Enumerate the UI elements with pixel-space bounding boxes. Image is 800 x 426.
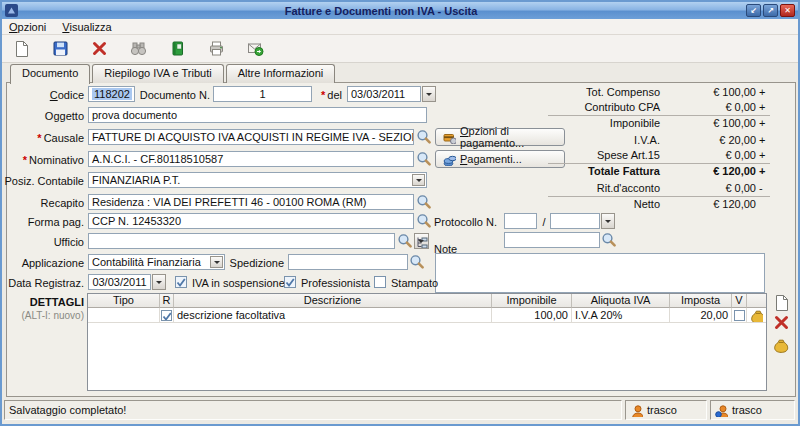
cell-imponibile[interactable]: 100,00 <box>492 308 572 323</box>
forma-pag-search-button[interactable] <box>416 213 432 229</box>
cell-actions[interactable] <box>747 308 766 323</box>
col-r[interactable]: R <box>160 294 174 308</box>
delete-button[interactable] <box>90 39 110 59</box>
data-registraz-label: Data Registraz. <box>2 277 84 290</box>
toolbar <box>2 35 798 63</box>
money-bag-icon <box>750 309 763 322</box>
forma-pag-label: Forma pag. <box>2 216 84 229</box>
v-checkbox[interactable] <box>734 310 745 321</box>
cell-descrizione[interactable]: descrizione facoltativa <box>174 308 492 323</box>
spedizione-search-button[interactable] <box>409 254 425 270</box>
col-aliquota-iva[interactable]: Aliquota IVA <box>572 294 670 308</box>
app-window: Fatture e Documenti non IVA - Uscita ↙ ↗… <box>0 0 800 426</box>
col-imponibile[interactable]: Imponibile <box>492 294 572 308</box>
total-row: I.V.A.€ 20,00+ <box>2 134 798 147</box>
ufficio-input[interactable] <box>88 233 395 249</box>
restore-button[interactable]: ↙ <box>746 4 761 17</box>
magnifier-icon <box>601 232 617 248</box>
archive-button[interactable] <box>168 39 188 59</box>
note-textarea[interactable] <box>435 253 765 293</box>
magnifier-icon <box>416 129 432 145</box>
close-button[interactable]: ✕ <box>780 4 795 17</box>
row-delete-button[interactable] <box>773 314 790 331</box>
save-button[interactable] <box>51 39 71 59</box>
new-document-icon <box>773 294 790 311</box>
col-v[interactable]: V <box>732 294 747 308</box>
total-row-totale-fattura: Totale Fattura€ 120,00+ <box>2 165 798 178</box>
totals-separator <box>548 163 770 164</box>
spedizione-input[interactable] <box>288 254 408 270</box>
causale-search-button[interactable] <box>416 129 432 145</box>
title-bar: Fatture e Documenti non IVA - Uscita ↙ ↗… <box>2 2 798 19</box>
professionista-checkbox[interactable] <box>284 276 296 288</box>
tree-icon <box>415 235 428 248</box>
user-icon <box>630 404 643 417</box>
iva-sospensione-label: IVA in sospensione <box>192 277 285 290</box>
iva-sospensione-checkbox[interactable] <box>175 276 187 288</box>
new-document-button[interactable] <box>12 39 32 59</box>
print-button[interactable] <box>207 39 227 59</box>
tab-strip: Documento Riepilogo IVA e Tributi Altre … <box>10 64 335 83</box>
forma-pag-input[interactable]: CCP N. 12453320 <box>88 213 414 229</box>
check-icon <box>176 277 186 287</box>
totals-separator <box>548 196 770 197</box>
r-checkbox[interactable] <box>161 310 172 321</box>
status-user-panel-1: trasco <box>625 400 707 420</box>
col-descrizione[interactable]: Descrizione <box>174 294 492 308</box>
protocollo-input-1[interactable] <box>504 213 537 229</box>
applicazione-select[interactable]: Contabilità Finanziaria <box>88 254 225 270</box>
del-date-dropdown[interactable] <box>422 86 436 102</box>
send-mail-button[interactable] <box>246 39 266 59</box>
recapito-search-button[interactable] <box>416 194 432 210</box>
spedizione-label: Spedizione <box>228 257 284 270</box>
protocollo-separator: / <box>541 216 547 229</box>
total-row: Spese Art.15€ 0,00+ <box>2 149 798 162</box>
note-search-input[interactable] <box>504 232 600 248</box>
professionista-label: Professionista <box>301 277 370 290</box>
cell-v[interactable] <box>732 308 747 323</box>
tab-documento[interactable]: Documento <box>10 64 90 84</box>
cell-aliquota-iva[interactable]: I.V.A 20% <box>572 308 670 323</box>
menu-opzioni[interactable]: Opzioni <box>9 21 46 33</box>
table-row[interactable]: descrizione facoltativa 100,00 I.V.A 20%… <box>88 308 766 323</box>
status-message-panel: Salvataggio completato! <box>4 400 622 420</box>
ufficio-search-button[interactable] <box>397 233 413 249</box>
stampato-checkbox[interactable] <box>374 276 386 288</box>
note-search-button[interactable] <box>601 232 617 248</box>
money-bag-icon <box>773 338 790 355</box>
search-button[interactable] <box>129 39 149 59</box>
cell-r[interactable] <box>160 308 174 323</box>
menu-visualizza[interactable]: Visualizza <box>62 21 111 33</box>
status-user-2: trasco <box>732 402 762 419</box>
dettagli-hint: (ALT-I: nuovo) <box>4 309 84 322</box>
check-icon <box>162 311 171 320</box>
data-registraz-input[interactable]: 03/03/2011 <box>88 274 151 290</box>
row-payment-button[interactable] <box>773 338 790 355</box>
magnifier-icon <box>416 213 432 229</box>
total-row-netto: Netto€ 120,00 <box>2 198 798 211</box>
save-icon <box>52 40 70 58</box>
maximize-button[interactable]: ↗ <box>763 4 778 17</box>
tab-riepilogo-iva[interactable]: Riepilogo IVA e Tributi <box>92 64 223 83</box>
nominativo-search-button[interactable] <box>416 151 432 167</box>
totals-separator <box>548 115 770 116</box>
cell-tipo[interactable] <box>88 308 160 323</box>
tab-altre-informazioni[interactable]: Altre Informazioni <box>226 64 336 83</box>
printer-icon <box>208 40 226 58</box>
dettagli-table: Tipo R Descrizione Imponibile Aliquota I… <box>87 293 767 391</box>
data-registraz-dropdown[interactable] <box>152 274 166 290</box>
new-document-icon <box>13 40 31 58</box>
magnifier-icon <box>416 151 432 167</box>
ufficio-label: Ufficio <box>2 236 84 249</box>
ufficio-tree-button[interactable] <box>414 233 429 249</box>
chevron-down-icon[interactable] <box>210 256 223 268</box>
col-tipo[interactable]: Tipo <box>88 294 160 308</box>
col-imposta[interactable]: Imposta <box>670 294 732 308</box>
applicazione-label: Applicazione <box>2 257 84 270</box>
protocollo-input-2[interactable] <box>550 213 600 229</box>
protocollo-dropdown[interactable] <box>601 213 615 229</box>
cell-imposta[interactable]: 20,00 <box>670 308 732 323</box>
binoculars-icon <box>130 40 148 58</box>
row-new-button[interactable] <box>773 294 790 311</box>
total-row: Imponibile€ 100,00+ <box>2 117 798 130</box>
